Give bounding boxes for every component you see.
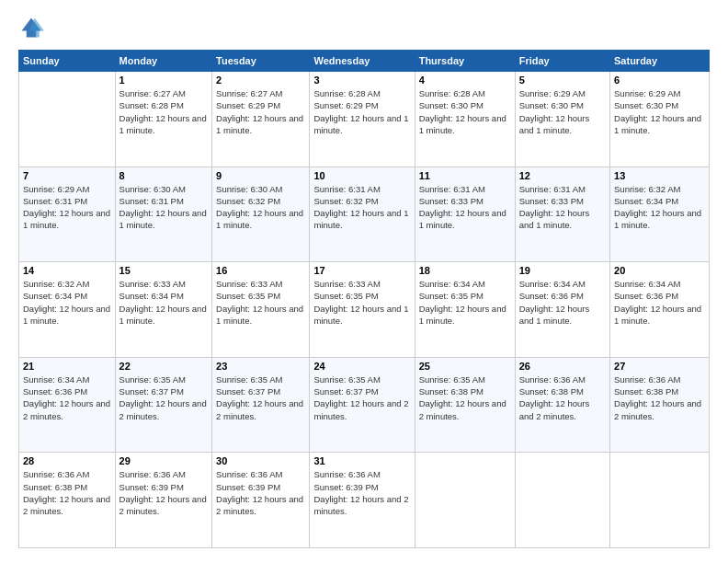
calendar-cell: 27Sunrise: 6:36 AM Sunset: 6:38 PM Dayli… [610,357,710,453]
calendar-cell: 8Sunrise: 6:30 AM Sunset: 6:31 PM Daylig… [115,167,211,262]
day-number: 24 [313,361,410,372]
calendar-cell: 4Sunrise: 6:28 AM Sunset: 6:30 PM Daylig… [415,72,515,167]
day-info: Sunrise: 6:32 AM Sunset: 6:34 PM Dayligh… [614,183,705,232]
day-number: 6 [614,75,705,86]
calendar-cell: 1Sunrise: 6:27 AM Sunset: 6:28 PM Daylig… [115,72,211,167]
day-info: Sunrise: 6:33 AM Sunset: 6:34 PM Dayligh… [119,278,208,327]
day-info: Sunrise: 6:33 AM Sunset: 6:35 PM Dayligh… [313,278,410,327]
day-number: 28 [23,455,111,466]
day-number: 9 [216,170,305,181]
day-info: Sunrise: 6:34 AM Sunset: 6:36 PM Dayligh… [23,373,111,422]
calendar-cell: 3Sunrise: 6:28 AM Sunset: 6:29 PM Daylig… [310,72,415,167]
day-number: 29 [119,455,208,466]
week-row-1: 7Sunrise: 6:29 AM Sunset: 6:31 PM Daylig… [19,167,710,262]
day-number: 25 [419,361,511,372]
day-info: Sunrise: 6:30 AM Sunset: 6:32 PM Dayligh… [216,183,305,232]
day-info: Sunrise: 6:28 AM Sunset: 6:29 PM Dayligh… [313,87,410,136]
calendar-cell: 5Sunrise: 6:29 AM Sunset: 6:30 PM Daylig… [515,72,609,167]
page: SundayMondayTuesdayWednesdayThursdayFrid… [0,0,728,563]
day-info: Sunrise: 6:36 AM Sunset: 6:38 PM Dayligh… [23,468,111,517]
header-cell-friday: Friday [515,51,609,72]
day-info: Sunrise: 6:30 AM Sunset: 6:31 PM Dayligh… [119,183,208,232]
calendar-cell: 31Sunrise: 6:36 AM Sunset: 6:39 PM Dayli… [310,453,415,548]
day-number: 17 [313,265,410,276]
week-row-3: 21Sunrise: 6:34 AM Sunset: 6:36 PM Dayli… [19,357,710,453]
day-info: Sunrise: 6:29 AM Sunset: 6:30 PM Dayligh… [519,87,606,136]
calendar-cell: 10Sunrise: 6:31 AM Sunset: 6:32 PM Dayli… [310,167,415,262]
calendar-cell [415,453,515,548]
calendar-cell [610,453,710,548]
day-number: 30 [216,455,305,466]
calendar-cell: 18Sunrise: 6:34 AM Sunset: 6:35 PM Dayli… [415,262,515,358]
calendar-cell: 2Sunrise: 6:27 AM Sunset: 6:29 PM Daylig… [212,72,310,167]
day-info: Sunrise: 6:34 AM Sunset: 6:36 PM Dayligh… [614,278,705,327]
day-number: 11 [419,170,511,181]
calendar-cell: 22Sunrise: 6:35 AM Sunset: 6:37 PM Dayli… [115,357,211,453]
calendar-cell: 21Sunrise: 6:34 AM Sunset: 6:36 PM Dayli… [19,357,116,453]
day-info: Sunrise: 6:32 AM Sunset: 6:34 PM Dayligh… [23,278,111,327]
header-cell-wednesday: Wednesday [310,51,415,72]
day-number: 10 [313,170,410,181]
calendar-cell: 25Sunrise: 6:35 AM Sunset: 6:38 PM Dayli… [415,357,515,453]
calendar-cell: 12Sunrise: 6:31 AM Sunset: 6:33 PM Dayli… [515,167,609,262]
header [18,15,710,40]
calendar-cell [19,72,116,167]
calendar-cell: 20Sunrise: 6:34 AM Sunset: 6:36 PM Dayli… [610,262,710,358]
calendar-cell: 11Sunrise: 6:31 AM Sunset: 6:33 PM Dayli… [415,167,515,262]
day-number: 7 [23,170,111,181]
calendar-cell: 23Sunrise: 6:35 AM Sunset: 6:37 PM Dayli… [212,357,310,453]
day-number: 13 [614,170,705,181]
header-cell-saturday: Saturday [610,51,710,72]
day-number: 3 [313,75,410,86]
day-number: 4 [419,75,511,86]
day-number: 16 [216,265,305,276]
calendar-cell: 19Sunrise: 6:34 AM Sunset: 6:36 PM Dayli… [515,262,609,358]
day-info: Sunrise: 6:27 AM Sunset: 6:29 PM Dayligh… [216,87,305,136]
day-info: Sunrise: 6:36 AM Sunset: 6:39 PM Dayligh… [216,468,305,517]
calendar-cell: 9Sunrise: 6:30 AM Sunset: 6:32 PM Daylig… [212,167,310,262]
header-cell-monday: Monday [115,51,211,72]
day-number: 18 [419,265,511,276]
calendar-cell: 29Sunrise: 6:36 AM Sunset: 6:39 PM Dayli… [115,453,211,548]
day-info: Sunrise: 6:36 AM Sunset: 6:39 PM Dayligh… [313,468,410,517]
day-number: 5 [519,75,606,86]
day-info: Sunrise: 6:29 AM Sunset: 6:30 PM Dayligh… [614,87,705,136]
day-info: Sunrise: 6:31 AM Sunset: 6:33 PM Dayligh… [419,183,511,232]
day-number: 22 [119,361,208,372]
day-info: Sunrise: 6:35 AM Sunset: 6:37 PM Dayligh… [313,373,410,422]
day-number: 31 [313,455,410,466]
day-number: 1 [119,75,208,86]
calendar-cell: 24Sunrise: 6:35 AM Sunset: 6:37 PM Dayli… [310,357,415,453]
header-cell-sunday: Sunday [19,51,116,72]
header-row: SundayMondayTuesdayWednesdayThursdayFrid… [19,51,710,72]
day-info: Sunrise: 6:36 AM Sunset: 6:38 PM Dayligh… [614,373,705,422]
day-info: Sunrise: 6:31 AM Sunset: 6:32 PM Dayligh… [313,183,410,232]
day-number: 15 [119,265,208,276]
calendar-cell: 17Sunrise: 6:33 AM Sunset: 6:35 PM Dayli… [310,262,415,358]
day-number: 27 [614,361,705,372]
week-row-0: 1Sunrise: 6:27 AM Sunset: 6:28 PM Daylig… [19,72,710,167]
day-info: Sunrise: 6:35 AM Sunset: 6:38 PM Dayligh… [419,373,511,422]
week-row-2: 14Sunrise: 6:32 AM Sunset: 6:34 PM Dayli… [19,262,710,358]
calendar-cell: 30Sunrise: 6:36 AM Sunset: 6:39 PM Dayli… [212,453,310,548]
day-info: Sunrise: 6:29 AM Sunset: 6:31 PM Dayligh… [23,183,111,232]
calendar-cell [515,453,609,548]
day-number: 21 [23,361,111,372]
day-info: Sunrise: 6:31 AM Sunset: 6:33 PM Dayligh… [519,183,606,232]
day-info: Sunrise: 6:34 AM Sunset: 6:36 PM Dayligh… [519,278,606,327]
day-number: 19 [519,265,606,276]
day-info: Sunrise: 6:34 AM Sunset: 6:35 PM Dayligh… [419,278,511,327]
day-info: Sunrise: 6:27 AM Sunset: 6:28 PM Dayligh… [119,87,208,136]
header-cell-tuesday: Tuesday [212,51,310,72]
week-row-4: 28Sunrise: 6:36 AM Sunset: 6:38 PM Dayli… [19,453,710,548]
day-info: Sunrise: 6:36 AM Sunset: 6:38 PM Dayligh… [519,373,606,422]
calendar-cell: 7Sunrise: 6:29 AM Sunset: 6:31 PM Daylig… [19,167,116,262]
day-number: 14 [23,265,111,276]
calendar-cell: 16Sunrise: 6:33 AM Sunset: 6:35 PM Dayli… [212,262,310,358]
calendar-cell: 15Sunrise: 6:33 AM Sunset: 6:34 PM Dayli… [115,262,211,358]
calendar-table: SundayMondayTuesdayWednesdayThursdayFrid… [18,50,710,548]
day-number: 2 [216,75,305,86]
day-info: Sunrise: 6:33 AM Sunset: 6:35 PM Dayligh… [216,278,305,327]
day-number: 8 [119,170,208,181]
header-cell-thursday: Thursday [415,51,515,72]
